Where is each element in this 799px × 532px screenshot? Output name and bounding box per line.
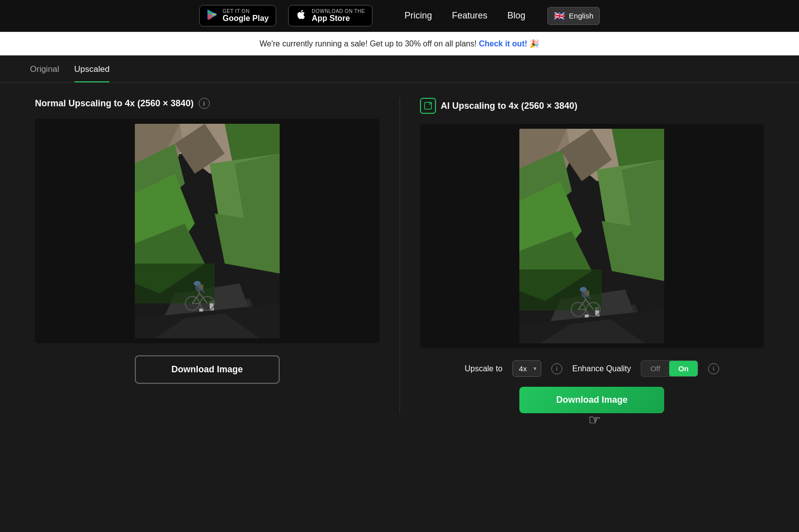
ai-upscale-icon (420, 98, 436, 114)
toggle-off-button[interactable]: Off (641, 361, 669, 376)
toggle-on-button[interactable]: On (669, 361, 698, 376)
right-download-button[interactable]: Download Image (519, 387, 664, 413)
nav-blog[interactable]: Blog (507, 10, 525, 21)
apple-icon (296, 9, 307, 23)
sale-text: We're currently running a sale! Get up t… (260, 39, 477, 48)
enhance-toggle: Off On (641, 360, 698, 377)
app-store-button[interactable]: Download on the App Store (288, 5, 373, 26)
nav-pricing[interactable]: Pricing (404, 10, 432, 21)
right-image-box (420, 124, 765, 348)
left-image (135, 124, 280, 338)
enhance-label: Enhance Quality (572, 364, 631, 373)
upscale-select-wrapper: 4x (512, 360, 541, 377)
panel-divider (400, 98, 400, 413)
google-play-icon (207, 9, 218, 23)
header: GET IT ON Google Play Download on the Ap… (0, 0, 799, 32)
app-store-name: App Store (312, 14, 365, 23)
left-image-box (35, 119, 380, 343)
right-title-text: AI Upscaling to 4x (2560 × 3840) (441, 101, 578, 111)
google-play-button[interactable]: GET IT ON Google Play (199, 5, 276, 26)
sale-link[interactable]: Check it out! 🎉 (479, 39, 539, 48)
left-title-text: Normal Upscaling to 4x (2560 × 3840) (35, 98, 194, 109)
upscale-select[interactable]: 4x (512, 360, 541, 377)
sale-banner: We're currently running a sale! Get up t… (0, 32, 799, 55)
language-button[interactable]: 🇬🇧 English (547, 7, 600, 25)
google-play-text: GET IT ON Google Play (223, 8, 269, 23)
upscale-info-icon[interactable]: i (551, 363, 562, 374)
left-panel-title: Normal Upscaling to 4x (2560 × 3840) i (35, 98, 380, 109)
upscale-label: Upscale to (464, 364, 502, 373)
app-store-label: Download on the (312, 8, 365, 14)
language-label: English (569, 11, 593, 20)
left-panel: Normal Upscaling to 4x (2560 × 3840) i (20, 98, 395, 413)
left-download-button[interactable]: Download Image (135, 355, 280, 384)
tab-upscaled[interactable]: Upscaled (74, 64, 110, 82)
right-panel-title: AI Upscaling to 4x (2560 × 3840) (420, 98, 765, 114)
tab-original[interactable]: Original (30, 64, 59, 82)
tabs: Original Upscaled (0, 55, 799, 83)
google-play-label: GET IT ON (223, 8, 269, 14)
right-download-wrapper: Download Image ☞ (519, 387, 664, 413)
app-store-text: Download on the App Store (312, 8, 365, 23)
nav-features[interactable]: Features (452, 10, 487, 21)
left-info-icon[interactable]: i (199, 98, 210, 109)
flag-icon: 🇬🇧 (554, 10, 565, 21)
right-panel: AI Upscaling to 4x (2560 × 3840) (405, 98, 780, 413)
google-play-store-name: Google Play (223, 14, 269, 23)
right-image (519, 129, 664, 343)
cursor-icon: ☞ (588, 412, 601, 428)
controls-row: Upscale to 4x i Enhance Quality Off On i (420, 360, 765, 377)
main-content: Normal Upscaling to 4x (2560 × 3840) i (0, 83, 799, 428)
enhance-info-icon[interactable]: i (708, 363, 719, 374)
nav-links: Pricing Features Blog (404, 10, 525, 21)
